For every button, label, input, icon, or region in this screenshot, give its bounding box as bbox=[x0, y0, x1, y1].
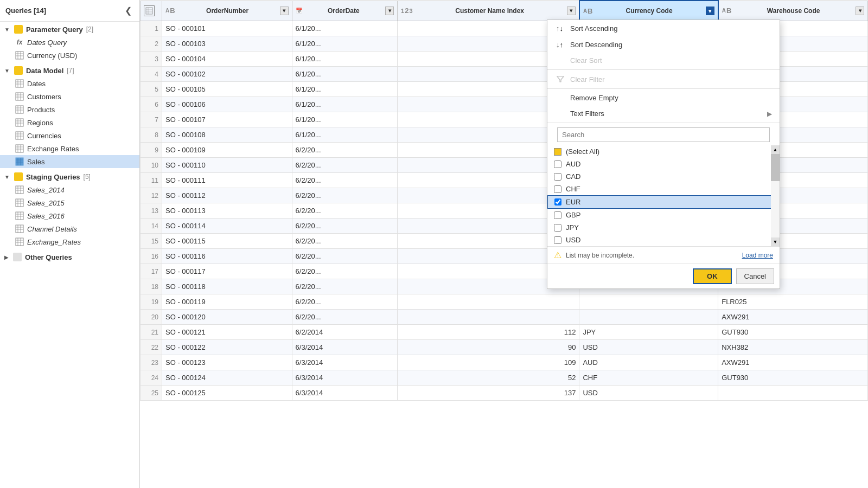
warning-icon: ⚠ bbox=[554, 250, 561, 260]
cell-order-date: 6/2/2014 bbox=[292, 325, 397, 340]
cell-order-number: SO - 000109 bbox=[162, 143, 292, 158]
cell-currency-code: AUD bbox=[579, 355, 718, 370]
col-dropdown-order-number[interactable]: ▾ bbox=[280, 7, 289, 15]
checkbox-item-cad[interactable]: CAD bbox=[547, 170, 780, 183]
col-dropdown-order-date[interactable]: ▾ bbox=[385, 7, 394, 15]
checkbox-item-gbp[interactable]: GBP bbox=[547, 209, 780, 221]
collapse-sidebar-button[interactable]: ❮ bbox=[123, 4, 134, 17]
remove-empty-item[interactable]: Remove Empty bbox=[547, 90, 780, 106]
scroll-track bbox=[771, 154, 780, 237]
col-dropdown-currency-code[interactable]: ▾ bbox=[706, 7, 714, 15]
scroll-up-button[interactable]: ▲ bbox=[771, 145, 780, 154]
cell-currency-code: JPY bbox=[579, 325, 718, 340]
load-more-button[interactable]: Load more bbox=[742, 252, 773, 259]
scroll-thumb[interactable] bbox=[771, 154, 780, 181]
search-input[interactable] bbox=[557, 127, 770, 142]
sidebar-item-exchange-rates-staging[interactable]: Exchange_Rates bbox=[0, 235, 139, 248]
cell-order-number: SO - 000114 bbox=[162, 219, 292, 234]
cell-order-date: 6/1/20... bbox=[292, 52, 397, 67]
sidebar-item-sales-2014[interactable]: Sales_2014 bbox=[0, 183, 139, 196]
checkbox-cad[interactable] bbox=[554, 173, 561, 181]
checkbox-chf[interactable] bbox=[554, 185, 561, 193]
cell-order-number: SO - 000111 bbox=[162, 173, 292, 188]
menu-separator-3 bbox=[547, 123, 780, 123]
item-label: Sales bbox=[27, 158, 45, 166]
checkbox-item-usd[interactable]: USD bbox=[547, 234, 780, 246]
cell-row-num: 19 bbox=[141, 294, 162, 310]
checkbox-usd[interactable] bbox=[554, 236, 561, 244]
checkbox-item-eur[interactable]: EUR bbox=[547, 195, 780, 209]
sidebar-item-sales-2016[interactable]: Sales_2016 bbox=[0, 209, 139, 222]
checkbox-aud[interactable] bbox=[554, 160, 561, 168]
cell-order-number: SO - 000103 bbox=[162, 36, 292, 52]
table-icon bbox=[15, 131, 24, 140]
checkbox-eur[interactable] bbox=[554, 198, 561, 206]
svg-rect-35 bbox=[16, 158, 23, 165]
select-all-item[interactable]: (Select All) bbox=[547, 145, 780, 158]
sort-descending-label: Sort Descending bbox=[570, 41, 622, 49]
col-dropdown-customer-name[interactable]: ▾ bbox=[567, 7, 576, 15]
ok-button[interactable]: OK bbox=[693, 268, 732, 284]
sidebar-group-header-parameter-query[interactable]: ▼ Parameter Query [2] bbox=[0, 23, 139, 36]
sidebar-item-products[interactable]: Products bbox=[0, 103, 139, 116]
cell-order-date: 6/2/20... bbox=[292, 173, 397, 188]
cancel-button[interactable]: Cancel bbox=[736, 268, 774, 284]
check-label-aud: AUD bbox=[566, 160, 580, 168]
group-count: [5] bbox=[84, 173, 91, 181]
sidebar-item-currencies[interactable]: Currencies bbox=[0, 129, 139, 142]
cell-row-num: 25 bbox=[141, 386, 162, 401]
clear-sort-item[interactable]: Clear Sort bbox=[547, 53, 780, 68]
table-row: 22SO - 0001226/3/201490USDNXH382 bbox=[141, 340, 868, 355]
sort-ascending-item[interactable]: ↑↓ Sort Ascending bbox=[547, 20, 780, 36]
sidebar-group-header-staging[interactable]: ▼ Staging Queries [5] bbox=[0, 170, 139, 183]
cell-order-date: 6/2/20... bbox=[292, 219, 397, 234]
sidebar-item-sales-2015[interactable]: Sales_2015 bbox=[0, 196, 139, 209]
sort-descending-item[interactable]: ↓↑ Sort Descending bbox=[547, 36, 780, 53]
folder-icon bbox=[14, 172, 23, 181]
sidebar-item-sales[interactable]: Sales bbox=[0, 155, 139, 168]
cell-customer-name-index: 137 bbox=[398, 386, 579, 401]
checkbox-item-jpy[interactable]: JPY bbox=[547, 221, 780, 234]
clear-filter-item[interactable]: Clear Filter bbox=[547, 71, 780, 87]
item-label: Exchange Rates bbox=[27, 145, 79, 153]
svg-rect-0 bbox=[16, 52, 23, 59]
cell-row-num: 11 bbox=[141, 173, 162, 188]
text-filters-item[interactable]: Text Filters ▶ bbox=[547, 106, 780, 121]
sidebar-item-dates-query[interactable]: fx Dates Query bbox=[0, 36, 139, 49]
svg-rect-55 bbox=[16, 225, 23, 233]
checkbox-list: (Select All) AUD CAD CHF EUR bbox=[547, 145, 780, 246]
sidebar-group-header-data-model[interactable]: ▼ Data Model [7] bbox=[0, 64, 139, 77]
checkbox-item-chf[interactable]: CHF bbox=[547, 183, 780, 195]
sidebar-item-currency-usd[interactable]: Currency (USD) bbox=[0, 49, 139, 62]
sidebar-item-channel-details[interactable]: Channel Details bbox=[0, 222, 139, 235]
col-header-order-number: AB OrderNumber ▾ bbox=[162, 1, 292, 21]
col-dropdown-warehouse-code[interactable]: ▾ bbox=[856, 7, 864, 15]
folder-icon bbox=[13, 253, 22, 261]
cell-order-date: 6/3/2014 bbox=[292, 340, 397, 355]
cell-warehouse-code: GUT930 bbox=[718, 325, 868, 340]
cell-order-number: SO - 000116 bbox=[162, 249, 292, 264]
sidebar-group-header-other[interactable]: ▶ Other Queries bbox=[0, 251, 139, 264]
cell-order-date: 6/2/20... bbox=[292, 188, 397, 203]
item-label: Customers bbox=[27, 93, 61, 101]
sidebar-item-regions[interactable]: Regions bbox=[0, 116, 139, 129]
checkbox-gbp[interactable] bbox=[554, 211, 561, 219]
sort-asc-icon: ↑↓ bbox=[555, 24, 566, 33]
cell-warehouse-code: GUT930 bbox=[718, 370, 868, 386]
col-header-row-num bbox=[141, 1, 162, 21]
sidebar-item-customers[interactable]: Customers bbox=[0, 90, 139, 103]
check-label-chf: CHF bbox=[566, 185, 580, 193]
cell-order-number: SO - 000101 bbox=[162, 21, 292, 36]
checkbox-jpy[interactable] bbox=[554, 224, 561, 232]
cell-order-number: SO - 000122 bbox=[162, 340, 292, 355]
remove-empty-label: Remove Empty bbox=[570, 94, 618, 102]
sidebar-item-exchange-rates[interactable]: Exchange Rates bbox=[0, 142, 139, 155]
group-label: Staging Queries bbox=[26, 173, 80, 181]
group-label: Other Queries bbox=[25, 253, 72, 261]
svg-rect-40 bbox=[16, 186, 23, 194]
item-label: Dates bbox=[27, 80, 46, 88]
sidebar-item-dates[interactable]: Dates bbox=[0, 77, 139, 90]
scroll-down-button[interactable]: ▼ bbox=[771, 237, 780, 246]
checkbox-item-aud[interactable]: AUD bbox=[547, 158, 780, 170]
cell-order-number: SO - 000105 bbox=[162, 82, 292, 97]
